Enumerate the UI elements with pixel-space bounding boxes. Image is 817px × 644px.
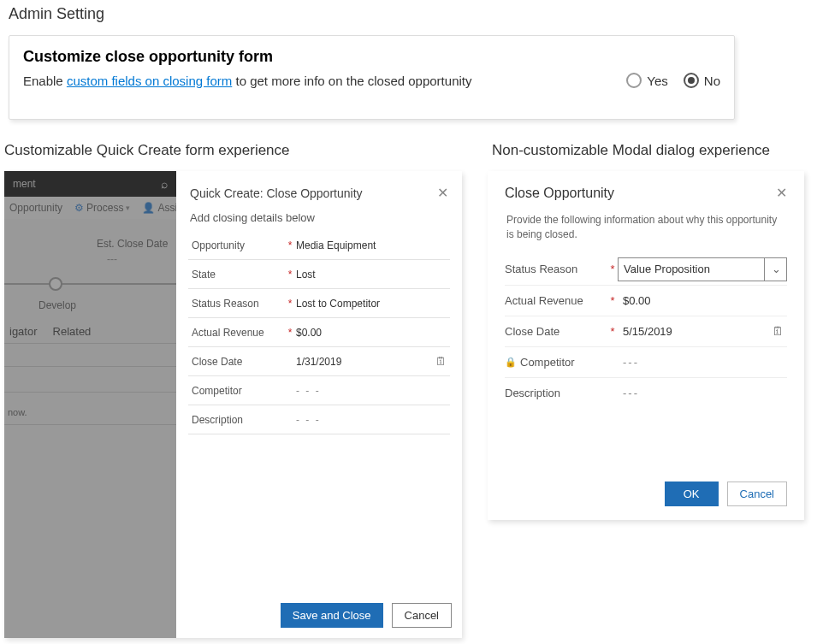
modal-dialog: Close Opportunity ✕ Provide the followin…: [488, 171, 804, 520]
label-opportunity: Opportunity: [188, 239, 284, 251]
lock-icon: 🔒: [505, 357, 517, 368]
close-icon[interactable]: ✕: [437, 185, 448, 201]
label-description: Description: [188, 414, 284, 426]
status-reason-select[interactable]: Value Proposition ⌄: [618, 257, 787, 281]
modal-title: Close Opportunity: [505, 186, 614, 201]
value-competitor: - - -: [296, 385, 450, 397]
field-actual-revenue[interactable]: Actual Revenue * $0.00: [188, 318, 450, 347]
label-actual-revenue: Actual Revenue: [188, 327, 284, 339]
radio-no-label: No: [704, 74, 720, 88]
field-state[interactable]: State * Lost: [188, 260, 450, 289]
desc-prefix: Enable: [23, 74, 67, 88]
value-description: - - -: [296, 414, 450, 426]
label-competitor: Competitor: [188, 385, 284, 397]
radio-yes[interactable]: Yes: [626, 73, 667, 88]
m-value-status-reason: Value Proposition: [624, 263, 710, 275]
cancel-button[interactable]: Cancel: [727, 482, 787, 506]
field-opportunity[interactable]: Opportunity * Media Equipment: [188, 231, 450, 260]
value-opportunity: Media Equipment: [296, 239, 450, 251]
modal-field-status-reason: Status Reason * Value Proposition ⌄: [505, 254, 787, 285]
value-close-date: 1/31/2019: [296, 356, 435, 368]
radio-yes-label: Yes: [647, 74, 667, 88]
qc-title: Quick Create: Close Opportunity: [190, 186, 363, 200]
m-label-actual-revenue: Actual Revenue: [505, 294, 607, 307]
m-value-competitor: ---: [618, 356, 787, 369]
value-status-reason: Lost to Competitor: [296, 298, 450, 310]
calendar-icon[interactable]: 🗓: [772, 324, 784, 338]
modal-field-close-date[interactable]: Close Date * 5/15/2019 🗓: [505, 316, 787, 346]
radio-no[interactable]: No: [684, 73, 720, 88]
modal-field-description[interactable]: Description ---: [505, 377, 787, 408]
right-section-title: Non-customizable Modal dialog experience: [492, 142, 770, 159]
quick-create-container: ment ⌕ Opportunity ⚙ Process ▾ 👤 Assign …: [4, 171, 462, 638]
radio-circle-selected-icon: [684, 73, 699, 88]
desc-suffix: to get more info on the closed opportuni…: [232, 74, 471, 88]
ok-button[interactable]: OK: [665, 482, 719, 506]
chevron-down-icon: ⌄: [764, 257, 781, 281]
card-description: Enable custom fields on closing form to …: [23, 74, 471, 88]
m-label-competitor: Competitor: [520, 356, 575, 369]
value-state: Lost: [296, 269, 450, 281]
close-icon[interactable]: ✕: [776, 185, 787, 201]
m-label-description: Description: [505, 387, 607, 399]
background-dimmed: ment ⌕ Opportunity ⚙ Process ▾ 👤 Assign …: [4, 171, 176, 638]
radio-circle-icon: [626, 73, 642, 88]
field-close-date[interactable]: Close Date 1/31/2019 🗓: [188, 347, 450, 376]
modal-field-competitor[interactable]: 🔒Competitor ---: [505, 346, 787, 377]
modal-field-actual-revenue[interactable]: Actual Revenue * $0.00: [505, 285, 787, 316]
m-value-description: ---: [618, 387, 787, 399]
field-description[interactable]: Description - - -: [188, 405, 450, 434]
modal-description: Provide the following information about …: [505, 213, 787, 242]
m-value-actual-revenue: $0.00: [618, 294, 787, 307]
m-label-close-date: Close Date: [505, 325, 607, 338]
quick-create-panel: Quick Create: Close Opportunity ✕ Add cl…: [176, 171, 462, 638]
admin-card: Customize close opportunity form Enable …: [9, 35, 735, 120]
m-label-status-reason: Status Reason: [505, 263, 607, 275]
label-close-date: Close Date: [188, 356, 284, 368]
label-status-reason: Status Reason: [188, 298, 284, 310]
page-title: Admin Setting: [9, 5, 808, 23]
field-status-reason[interactable]: Status Reason * Lost to Competitor: [188, 289, 450, 318]
custom-fields-link[interactable]: custom fields on closing form: [67, 74, 232, 88]
calendar-icon[interactable]: 🗓: [435, 355, 447, 368]
value-actual-revenue: $0.00: [296, 327, 450, 339]
card-heading: Customize close opportunity form: [23, 48, 720, 66]
save-and-close-button[interactable]: Save and Close: [281, 603, 383, 628]
m-value-close-date: 5/15/2019: [618, 325, 772, 338]
field-competitor[interactable]: Competitor - - -: [188, 376, 450, 405]
label-state: State: [188, 269, 284, 281]
cancel-button[interactable]: Cancel: [392, 603, 452, 628]
qc-subtitle: Add closing details below: [188, 211, 450, 224]
